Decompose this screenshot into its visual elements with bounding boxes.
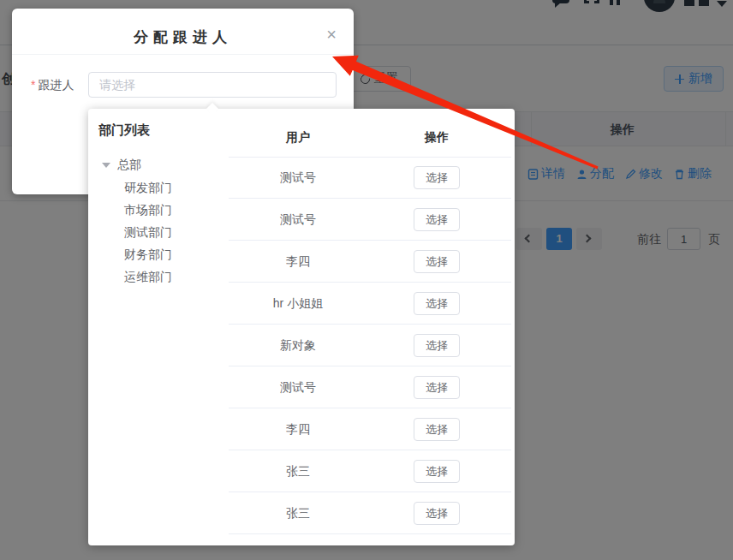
tree-children: 研发部门 市场部门 测试部门 财务部门 运维部门 [124, 176, 172, 288]
select-user-button[interactable]: 选择 [414, 376, 460, 399]
user-row: 测试号 选择 [229, 199, 511, 241]
user-row: 张三 选择 [229, 450, 511, 492]
user-name: 张三 [229, 450, 367, 492]
required-asterisk: * [31, 78, 35, 92]
select-user-button[interactable]: 选择 [414, 334, 460, 357]
select-user-button[interactable]: 选择 [414, 250, 460, 273]
user-row: 李四 选择 [229, 241, 511, 283]
select-user-button[interactable]: 选择 [414, 502, 460, 525]
user-name: 张三 [229, 492, 367, 534]
follower-field-label-text: 跟进人 [38, 78, 74, 92]
user-column-header: 用户 [229, 128, 367, 146]
user-name: 测试号 [229, 157, 367, 199]
user-name: hr 小姐姐 [229, 283, 367, 325]
user-name: 李四 [229, 241, 367, 283]
dialog-title: 分配跟进人 [12, 27, 354, 47]
tree-node-child[interactable]: 财务部门 [124, 243, 172, 265]
follower-select-input[interactable] [88, 72, 337, 98]
select-user-button[interactable]: 选择 [414, 418, 460, 441]
user-name: 新对象 [229, 325, 367, 366]
screen: 创 重置 新增 操作 详情 分配 修改 删除 [0, 0, 733, 560]
user-row: 李四 选择 [229, 408, 511, 450]
dept-list-title: 部门列表 [98, 122, 150, 139]
user-picker-popover: 部门列表 总部 研发部门 市场部门 测试部门 财务部门 运维部门 用户 操作 测… [88, 109, 515, 545]
dialog-header-divider [12, 54, 354, 55]
select-user-button[interactable]: 选择 [414, 166, 460, 189]
user-row: 测试号 选择 [229, 157, 511, 199]
tree-node-child[interactable]: 运维部门 [124, 265, 172, 288]
user-row: 测试号 选择 [229, 366, 511, 408]
select-user-button[interactable]: 选择 [414, 460, 460, 483]
select-user-button[interactable]: 选择 [414, 208, 460, 231]
tree-node-root[interactable]: 总部 [102, 156, 141, 175]
tree-node-child[interactable]: 测试部门 [124, 221, 172, 243]
operation-column-header: 操作 [367, 128, 506, 146]
follower-field-label: *跟进人 [31, 72, 74, 98]
user-row: 新对象 选择 [229, 325, 511, 366]
user-row: 张三 选择 [229, 492, 511, 534]
select-user-button[interactable]: 选择 [414, 292, 460, 315]
user-name: 测试号 [229, 199, 367, 241]
user-name: 测试号 [229, 366, 367, 408]
user-name: 李四 [229, 408, 367, 450]
tree-expand-caret-icon[interactable] [102, 163, 110, 168]
tree-node-child[interactable]: 市场部门 [124, 199, 172, 221]
tree-root-label: 总部 [117, 158, 141, 173]
user-row: hr 小姐姐 选择 [229, 283, 511, 325]
user-rows: 测试号 选择 测试号 选择 李四 选择 hr 小姐姐 选择 新对象 选择 测试号… [229, 157, 511, 534]
close-icon[interactable]: × [326, 26, 337, 43]
tree-node-child[interactable]: 研发部门 [124, 176, 172, 199]
